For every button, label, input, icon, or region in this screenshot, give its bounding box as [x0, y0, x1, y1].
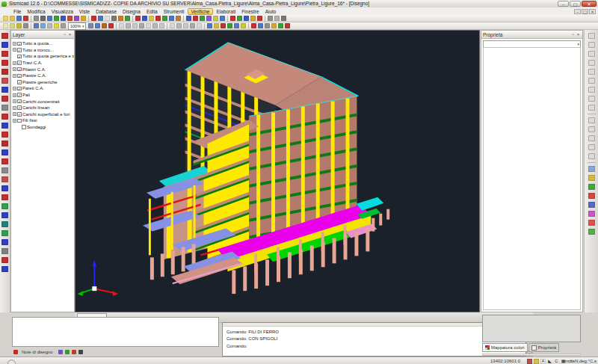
- close-icon[interactable]: ×: [576, 32, 581, 37]
- tool-icon[interactable]: [135, 16, 141, 21]
- tool-icon[interactable]: [588, 60, 595, 66]
- tool-icon[interactable]: [146, 23, 151, 28]
- expand-icon[interactable]: +: [13, 119, 16, 123]
- mdi-minimize-button[interactable]: –: [574, 9, 581, 14]
- tool-icon[interactable]: [54, 23, 59, 28]
- tool-icon[interactable]: [1, 149, 8, 155]
- tool-icon[interactable]: [1, 239, 8, 245]
- tool-icon[interactable]: [23, 16, 28, 21]
- tool-icon[interactable]: [1, 248, 8, 254]
- expand-icon[interactable]: +: [13, 112, 16, 116]
- tool-icon[interactable]: [34, 16, 39, 21]
- layer-item[interactable]: +✓Pilastri C.A.: [12, 66, 74, 73]
- expand-icon[interactable]: +: [13, 99, 16, 103]
- layer-item[interactable]: +✓Pali: [12, 92, 74, 99]
- tool-icon[interactable]: [1, 51, 8, 57]
- layer-checkbox[interactable]: ✓: [17, 93, 22, 97]
- layer-checkbox[interactable]: ✓: [17, 55, 22, 59]
- tool-icon[interactable]: [34, 23, 39, 28]
- tool-icon[interactable]: [40, 16, 46, 21]
- tool-icon[interactable]: [588, 51, 595, 57]
- menu-modifica[interactable]: Modifica: [24, 8, 48, 15]
- tool-icon[interactable]: [588, 69, 595, 75]
- tool-icon[interactable]: [102, 23, 107, 28]
- tool-icon[interactable]: [234, 23, 239, 28]
- tool-icon[interactable]: [111, 16, 117, 21]
- tool-icon[interactable]: [241, 23, 246, 28]
- maximize-button[interactable]: ▢: [570, 1, 581, 7]
- tool-icon[interactable]: [588, 193, 595, 199]
- expand-icon[interactable]: +: [13, 61, 16, 65]
- tool-icon[interactable]: [88, 23, 93, 28]
- tool-icon[interactable]: [1, 78, 8, 84]
- layer-item[interactable]: +✓Piastre C.A.: [12, 73, 74, 79]
- tool-icon[interactable]: [220, 16, 225, 21]
- notes-panel[interactable]: [12, 317, 219, 347]
- menu-viste[interactable]: Viste: [76, 8, 93, 15]
- layer-item[interactable]: +✓Tutto a tronco...: [12, 47, 74, 54]
- layer-item[interactable]: +✓Carichi superficiali e fori: [12, 111, 74, 118]
- layer-checkbox[interactable]: ✓: [17, 74, 22, 78]
- tool-icon[interactable]: [61, 23, 66, 28]
- expand-icon[interactable]: +: [13, 48, 16, 52]
- tool-icon[interactable]: [271, 23, 277, 28]
- close-icon[interactable]: ×: [67, 32, 73, 37]
- layer-checkbox[interactable]: ✓: [17, 42, 22, 46]
- layer-checkbox[interactable]: [17, 119, 22, 123]
- tool-icon[interactable]: [588, 184, 595, 190]
- tool-icon[interactable]: [1, 105, 8, 111]
- tool-icon[interactable]: [10, 16, 15, 21]
- tool-icon[interactable]: [1, 158, 8, 164]
- tool-icon[interactable]: [237, 16, 242, 21]
- tool-icon[interactable]: [193, 16, 198, 21]
- tool-icon[interactable]: [1, 141, 8, 146]
- tool-icon[interactable]: [200, 16, 205, 21]
- layer-checkbox[interactable]: ✓: [17, 48, 22, 52]
- menu-file[interactable]: File: [10, 8, 24, 15]
- tool-icon[interactable]: [1, 87, 8, 93]
- layer-item[interactable]: +✓Carichi lineari: [12, 105, 74, 111]
- tool-icon[interactable]: [227, 23, 232, 28]
- ortho-status-icon[interactable]: C: [554, 359, 559, 364]
- menu-verifiche[interactable]: Verifiche: [188, 8, 214, 15]
- tool-icon[interactable]: [1, 167, 8, 173]
- menu-disegna[interactable]: Disegna: [120, 8, 144, 15]
- tool-icon[interactable]: [118, 16, 123, 21]
- menu-elaborati[interactable]: Elaborati: [213, 8, 238, 15]
- tool-icon[interactable]: [274, 16, 280, 21]
- expand-icon[interactable]: +: [13, 67, 16, 71]
- tool-icon[interactable]: [214, 23, 219, 28]
- tool-icon[interactable]: [1, 33, 8, 39]
- layer-item[interactable]: ✓Tutto a quota generica e tra piani: [12, 53, 74, 60]
- tool-icon[interactable]: [132, 23, 138, 28]
- properties-list-area[interactable]: [483, 47, 581, 310]
- layer-item[interactable]: Sondaggi: [12, 124, 74, 131]
- tool-icon[interactable]: [281, 16, 286, 21]
- tool-icon[interactable]: [1, 212, 8, 218]
- tool-icon[interactable]: [162, 16, 167, 21]
- layer-checkbox[interactable]: [22, 125, 26, 129]
- tool-icon[interactable]: [1, 69, 8, 75]
- tool-icon[interactable]: [183, 23, 188, 28]
- tool-icon[interactable]: [1, 132, 8, 138]
- tab-proprieta[interactable]: Proprietà: [528, 343, 559, 352]
- tool-icon[interactable]: [213, 16, 218, 21]
- layer-checkbox[interactable]: ✓: [17, 61, 22, 65]
- tool-icon[interactable]: [278, 23, 283, 28]
- mdi-restore-button[interactable]: ▢: [582, 9, 588, 14]
- tool-icon[interactable]: [197, 23, 202, 28]
- tool-icon[interactable]: [258, 23, 263, 28]
- tool-icon[interactable]: [3, 23, 8, 28]
- tool-icon[interactable]: [67, 16, 73, 21]
- command-window[interactable]: Comando: FILI DI FERROComando: CON SPIGO…: [222, 322, 526, 357]
- tool-icon[interactable]: [268, 16, 273, 21]
- lamp-status-icon[interactable]: [534, 359, 539, 364]
- tool-icon[interactable]: [588, 117, 595, 123]
- tool-icon[interactable]: [91, 16, 96, 21]
- menu-visualizza[interactable]: Visualizza: [49, 8, 76, 15]
- tool-icon[interactable]: [190, 23, 195, 28]
- tool-icon[interactable]: [10, 23, 15, 28]
- menu-aiuto[interactable]: Aiuto: [262, 8, 280, 15]
- sheet-status-icon[interactable]: A: [540, 359, 546, 364]
- tool-icon[interactable]: [588, 42, 595, 48]
